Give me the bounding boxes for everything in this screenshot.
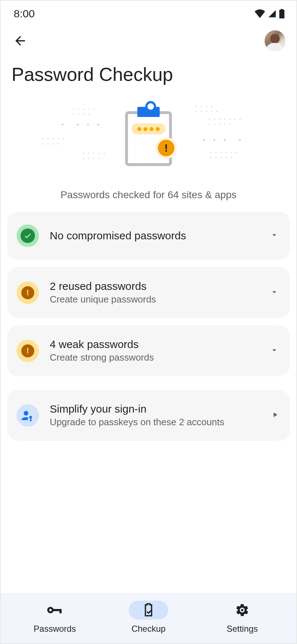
status-warning-icon: ! xyxy=(17,340,39,362)
bottom-navigation: Passwords Checkup Settings xyxy=(1,593,296,643)
battery-icon xyxy=(279,9,285,18)
clipboard-icon: ! xyxy=(125,101,172,162)
profile-avatar[interactable] xyxy=(265,30,285,51)
expand-icon xyxy=(270,230,279,241)
nav-checkup[interactable]: Checkup xyxy=(112,601,185,634)
nav-settings[interactable]: Settings xyxy=(206,601,278,634)
decor-dots: • • • • • • •• • • • • xyxy=(209,117,242,127)
key-icon xyxy=(46,604,63,616)
hero-illustration: • • • • •• • • • • • • • • • • • •• • • … xyxy=(1,93,296,176)
reused-title: 2 reused passwords xyxy=(50,280,259,292)
nav-passwords[interactable]: Passwords xyxy=(19,601,91,634)
wifi-icon xyxy=(254,9,265,18)
chevron-right-icon xyxy=(271,411,279,420)
decor-dots: • • • • • •• • • • • xyxy=(210,150,239,160)
gear-icon xyxy=(235,603,249,617)
expand-icon xyxy=(270,345,279,356)
arrow-back-icon xyxy=(13,34,27,48)
passkeys-title: Simplify your sign-in xyxy=(50,403,260,415)
decor-dots: • • • • •• • • • xyxy=(42,136,66,147)
status-warning-icon: ! xyxy=(17,282,39,304)
status-icons xyxy=(254,9,285,18)
reused-subtitle: Create unique passwords xyxy=(50,294,259,305)
clipboard-check-icon xyxy=(142,603,155,617)
decor-dots: • • • •• • • • • xyxy=(195,104,219,114)
nav-settings-label: Settings xyxy=(227,624,258,634)
weak-subtitle: Create strong passwords xyxy=(50,352,259,363)
results-list: No compromised passwords ! 2 reused pass… xyxy=(1,212,296,441)
page-title: Password Checkup xyxy=(1,55,296,93)
svg-point-1 xyxy=(29,415,32,418)
decor-dots: • • • • •• • • • xyxy=(73,107,96,117)
svg-point-0 xyxy=(24,411,28,415)
decor-dots: • • • • xyxy=(61,122,102,127)
cell-signal-icon xyxy=(267,9,277,18)
decor-dots: • • • • xyxy=(203,137,244,142)
expand-icon xyxy=(270,287,279,298)
status-bar: 8:00 xyxy=(1,1,296,24)
svg-point-5 xyxy=(49,609,52,612)
nav-checkup-label: Checkup xyxy=(132,624,166,634)
top-app-bar xyxy=(1,24,296,55)
compromised-passwords-row[interactable]: No compromised passwords xyxy=(7,212,290,260)
nav-passwords-label: Passwords xyxy=(34,624,76,634)
svg-point-8 xyxy=(241,609,244,612)
back-button[interactable] xyxy=(12,32,29,49)
svg-rect-7 xyxy=(59,609,62,613)
passkeys-subtitle: Upgrade to passkeys on these 2 accounts xyxy=(50,417,260,428)
checkup-summary-text: Passwords checked for 64 sites & apps xyxy=(1,176,296,212)
weak-title: 4 weak passwords xyxy=(50,338,259,351)
decor-dots: • • • • •• • • • xyxy=(83,151,106,161)
svg-rect-3 xyxy=(30,420,32,421)
reused-passwords-row[interactable]: ! 2 reused passwords Create unique passw… xyxy=(7,267,290,318)
compromised-title: No compromised passwords xyxy=(50,230,259,242)
passkeys-promo-row[interactable]: Simplify your sign-in Upgrade to passkey… xyxy=(7,390,290,441)
weak-passwords-row[interactable]: ! 4 weak passwords Create strong passwor… xyxy=(7,325,290,376)
status-ok-icon xyxy=(17,225,39,247)
passkey-icon xyxy=(17,404,39,427)
status-time: 8:00 xyxy=(14,8,35,20)
